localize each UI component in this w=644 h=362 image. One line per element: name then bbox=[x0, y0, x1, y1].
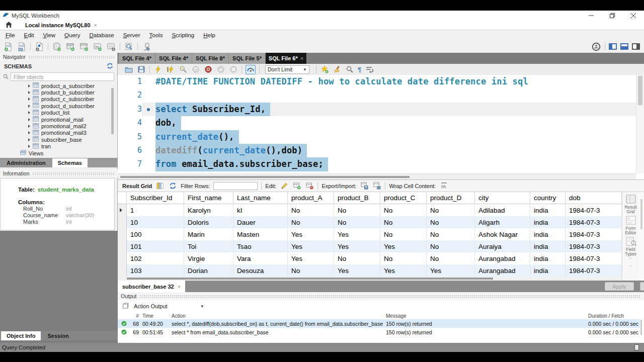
grid-cell[interactable]: 102 bbox=[127, 252, 184, 264]
grid-cell[interactable]: Karolyn bbox=[184, 204, 233, 216]
grid-cell[interactable]: No bbox=[334, 216, 380, 228]
search-data-icon[interactable] bbox=[124, 42, 134, 51]
grid-cell[interactable]: No bbox=[288, 264, 334, 277]
expand-arrow-icon[interactable] bbox=[28, 118, 30, 121]
grid-header-cell[interactable]: Last_name bbox=[233, 192, 288, 204]
grid-data-row[interactable]: 103DorianDesouzaNoYesYesYesAurangabadind… bbox=[118, 264, 622, 277]
grid-cell[interactable]: Dorian bbox=[184, 264, 233, 277]
grid-data-row[interactable]: 100MarinMastenYesYesNoNoAshok Nagarindia… bbox=[118, 228, 622, 240]
create-table-icon[interactable] bbox=[65, 42, 75, 51]
grid-cell[interactable]: Yes bbox=[288, 252, 334, 264]
grid-cell[interactable]: No bbox=[334, 204, 380, 216]
grid-data-row[interactable]: 101ToiTsaoYesYesYesNoAuraiyaindia1984-07… bbox=[118, 240, 622, 252]
grid-data-row[interactable]: 102VirgieVaraYesNoNoNoAurangabadindia198… bbox=[118, 252, 622, 264]
tab-object-info[interactable]: Object Info bbox=[1, 331, 41, 340]
grid-cell[interactable]: No bbox=[380, 252, 427, 264]
grid-cell[interactable]: Aligarh bbox=[475, 216, 530, 228]
beautify-script-icon[interactable] bbox=[333, 65, 342, 74]
grid-cell[interactable]: Yes bbox=[334, 228, 380, 240]
grid-cell[interactable]: No bbox=[380, 216, 427, 228]
expand-arrow-icon[interactable] bbox=[28, 125, 30, 128]
grid-cell[interactable]: Yes bbox=[380, 264, 427, 277]
tree-item-tran[interactable]: tran bbox=[0, 143, 118, 150]
tree-item-promotional_mail3[interactable]: promotional_mail3 bbox=[0, 130, 118, 136]
grid-cell[interactable]: 1984-07-3 bbox=[566, 240, 622, 252]
execute-query-icon[interactable] bbox=[153, 65, 163, 74]
limit-dropdown[interactable]: Don't Limit ▼ bbox=[265, 65, 309, 74]
expand-arrow-icon[interactable] bbox=[28, 98, 30, 101]
create-view-icon[interactable] bbox=[79, 42, 89, 51]
delete-row-icon[interactable] bbox=[305, 182, 314, 191]
output-scrollbar[interactable] bbox=[640, 320, 642, 335]
tab-schemas[interactable]: Schemas bbox=[52, 158, 88, 167]
grid-cell[interactable]: Masten bbox=[233, 228, 288, 240]
reconnect-icon[interactable] bbox=[141, 42, 151, 51]
apply-button[interactable]: Apply bbox=[605, 282, 634, 291]
output-row[interactable]: 6800:49:20select *, datediff(dob,subscri… bbox=[118, 319, 640, 328]
menu-scripting[interactable]: Scripting bbox=[167, 32, 199, 38]
grid-cell[interactable]: 1984-07-3 bbox=[566, 252, 622, 264]
grid-cell[interactable]: Ashok Nagar bbox=[475, 228, 530, 240]
chevron-down-icon[interactable]: ▼ bbox=[200, 304, 204, 309]
tree-scrollbar[interactable] bbox=[111, 88, 114, 134]
sql-file-tab[interactable]: SQL File 4* bbox=[155, 53, 192, 64]
limit-rows-toggle[interactable] bbox=[246, 65, 256, 74]
stop-query-icon[interactable] bbox=[191, 65, 200, 74]
sql-file-tab[interactable]: SQL File 8* bbox=[192, 53, 229, 64]
export-recordset-icon[interactable] bbox=[360, 182, 369, 191]
action-output-selector[interactable]: Action Output bbox=[134, 303, 168, 309]
result-tab-close-icon[interactable]: × bbox=[178, 284, 181, 290]
grid-cell[interactable]: Virgie bbox=[184, 252, 233, 264]
output-row[interactable]: 6900:51:45select * from email_data.subsc… bbox=[118, 328, 640, 336]
grid-cell[interactable]: No bbox=[427, 252, 475, 264]
expand-arrow-icon[interactable] bbox=[28, 111, 30, 114]
filter-rows-input[interactable] bbox=[213, 182, 258, 190]
grid-cell[interactable]: Tsao bbox=[233, 240, 288, 252]
result-tab[interactable]: subscriber_base 32 × bbox=[118, 281, 185, 292]
grid-cell[interactable]: Marin bbox=[184, 228, 233, 240]
grid-cell[interactable]: 101 bbox=[127, 240, 184, 252]
expand-arrow-icon[interactable] bbox=[28, 105, 30, 108]
menu-help[interactable]: Help bbox=[199, 32, 220, 38]
grid-cell[interactable]: Adilabad bbox=[475, 204, 530, 216]
preferences-icon[interactable] bbox=[591, 42, 601, 51]
grid-cell[interactable]: Yes bbox=[288, 240, 334, 252]
connection-tab[interactable]: Local instance MySQL80 × bbox=[25, 22, 97, 28]
chevron-up-icon[interactable]: ⌃ bbox=[628, 258, 632, 261]
create-procedure-icon[interactable]: Db bbox=[93, 42, 103, 51]
grid-cell[interactable]: india bbox=[530, 264, 566, 277]
grid-cell[interactable]: No bbox=[334, 252, 380, 264]
grid-cell[interactable]: No bbox=[380, 204, 427, 216]
expand-arrow-icon[interactable] bbox=[28, 131, 30, 134]
grid-cell[interactable]: No bbox=[427, 240, 475, 252]
grid-cell[interactable]: No bbox=[427, 228, 475, 240]
add-row-icon[interactable] bbox=[292, 182, 301, 191]
row-selector-cell[interactable] bbox=[118, 204, 127, 216]
add-snippet-icon[interactable] bbox=[320, 65, 329, 74]
grid-cell[interactable]: 1984-07-3 bbox=[566, 204, 622, 216]
execute-current-statement-icon[interactable] bbox=[166, 65, 175, 74]
tree-item-views[interactable]: Views bbox=[0, 150, 118, 156]
toggle-output-panel-icon[interactable] bbox=[620, 43, 628, 50]
grid-cell[interactable]: india bbox=[530, 216, 566, 228]
tab-session[interactable]: Session bbox=[42, 331, 74, 340]
grid-cell[interactable]: Vara bbox=[233, 252, 288, 264]
menu-tools[interactable]: Tools bbox=[145, 32, 168, 38]
tree-item-product_a_subscriber[interactable]: product_a_subscriber bbox=[0, 82, 118, 89]
create-schema-icon[interactable] bbox=[52, 42, 62, 51]
grid-cell[interactable]: Yes bbox=[380, 240, 427, 252]
revert-button-partial[interactable] bbox=[640, 282, 644, 291]
grid-cell[interactable]: Toi bbox=[184, 240, 233, 252]
grid-data-row[interactable]: 10DolorisDauerNoNoNoNoAligarhindia1984-0… bbox=[118, 216, 622, 228]
tree-item-product_d_subscriber[interactable]: product_d_subscriber bbox=[0, 103, 118, 109]
grid-cell[interactable]: india bbox=[530, 228, 566, 240]
import-recordset-icon[interactable] bbox=[372, 182, 381, 191]
grid-cell[interactable]: kI bbox=[233, 204, 288, 216]
menu-database[interactable]: Database bbox=[85, 32, 118, 38]
editor-horizontal-scrollbar[interactable] bbox=[118, 173, 636, 179]
toggle-sidebar-icon[interactable] bbox=[609, 43, 617, 50]
tree-item-subscriber_base[interactable]: subscriber_base bbox=[0, 136, 118, 143]
grid-cell[interactable]: 1 bbox=[127, 204, 184, 216]
expand-arrow-icon[interactable] bbox=[28, 91, 30, 94]
tree-item-promotional_mail[interactable]: promotional_mail bbox=[0, 116, 118, 123]
